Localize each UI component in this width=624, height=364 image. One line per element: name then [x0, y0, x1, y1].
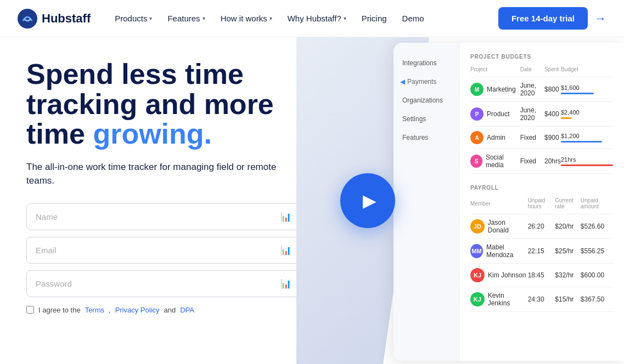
- svg-point-0: [18, 9, 37, 29]
- sidebar-settings[interactable]: Settings: [393, 110, 459, 128]
- col-date: Date: [520, 66, 544, 77]
- chevron-down-icon: ▾: [149, 15, 152, 21]
- col-rate: Current rate: [555, 197, 581, 214]
- nav-how-it-works[interactable]: How it works ▾: [214, 9, 279, 27]
- hero-heading: Spend less time tracking and more time g…: [26, 59, 296, 149]
- nav-features[interactable]: Features ▾: [161, 9, 211, 27]
- member-name-cell: MM Mabel Mendoza: [470, 239, 528, 264]
- col-budget: Budget: [561, 66, 613, 77]
- navbar: Hubstaff Products ▾ Features ▾ How it wo…: [0, 0, 624, 37]
- member-amount-cell: $526.60: [581, 214, 613, 239]
- sidebar-payments-back[interactable]: ◀ Payments: [393, 72, 459, 91]
- terms-link[interactable]: Terms: [85, 306, 104, 314]
- email-field[interactable]: Email 📊: [26, 237, 301, 264]
- hero-subtext: The all-in-one work time tracker for man…: [26, 160, 296, 188]
- table-row: P Product June, 2020 $400 $2,400: [470, 102, 613, 127]
- terms-row: I agree to the Terms , Privacy Policy an…: [26, 306, 296, 314]
- nav-why-hubstaff[interactable]: Why Hubstaff? ▾: [281, 9, 353, 27]
- member-amount-cell: $367.50: [581, 287, 613, 312]
- chevron-down-icon: ▾: [269, 15, 272, 21]
- nav-right: Free 14-day trial →: [498, 7, 606, 30]
- privacy-link[interactable]: Privacy Policy: [115, 306, 160, 314]
- login-icon[interactable]: →: [594, 12, 606, 26]
- col-unpaid-hours: Unpaid hours: [528, 197, 555, 214]
- member-hours-cell: 26:20: [528, 214, 555, 239]
- dpa-link[interactable]: DPA: [180, 306, 194, 314]
- table-row: S Social media Fixed 20hrs 21hrs: [470, 149, 613, 174]
- field-icon: 📊: [280, 278, 291, 289]
- card-sidebar: Integrations ◀ Payments Organizations Se…: [393, 43, 459, 361]
- field-icon: 📊: [280, 212, 291, 222]
- main-content: Spend less time tracking and more time g…: [0, 37, 624, 364]
- project-budget-cell: $1,600: [561, 77, 613, 102]
- project-budgets-title: PROJECT BUDGETS: [470, 54, 613, 60]
- hero-section: Spend less time tracking and more time g…: [0, 37, 296, 364]
- name-field[interactable]: Name 📊: [26, 203, 301, 230]
- signup-form: Name 📊 Email 📊 Password 📊: [26, 203, 301, 297]
- table-row: JD Jason Donald 26:20 $20/hr $526.60: [470, 214, 613, 239]
- project-spent-cell: $900: [544, 127, 561, 149]
- member-amount-cell: $600.00: [581, 264, 613, 287]
- password-field[interactable]: Password 📊: [26, 270, 301, 297]
- sidebar-organizations[interactable]: Organizations: [393, 91, 459, 110]
- card-main-content: PROJECT BUDGETS Project Date Spent Budge…: [459, 43, 624, 323]
- table-row: MM Mabel Mendoza 22:15 $25/hr $556.25: [470, 239, 613, 264]
- member-hours-cell: 24:30: [528, 287, 555, 312]
- member-rate-cell: $25/hr: [555, 239, 581, 264]
- nav-links: Products ▾ Features ▾ How it works ▾ Why…: [108, 9, 498, 27]
- member-name-cell: KJ Kevin Jenkins: [470, 287, 528, 312]
- right-panel: Integrations ◀ Payments Organizations Se…: [296, 37, 624, 364]
- table-row: M Marketing June, 2020 $800 $1,600: [470, 77, 613, 102]
- member-name-cell: KJ Kim Johnson: [470, 264, 528, 287]
- sidebar-features[interactable]: Features: [393, 128, 459, 147]
- logo[interactable]: Hubstaff: [18, 9, 91, 29]
- project-budget-cell: $1,200: [561, 127, 613, 149]
- member-rate-cell: $32/hr: [555, 264, 581, 287]
- member-rate-cell: $15/hr: [555, 287, 581, 312]
- chevron-down-icon: ▾: [203, 15, 205, 21]
- col-spent: Spent: [544, 66, 561, 77]
- project-name-cell: M Marketing: [470, 77, 520, 102]
- play-button[interactable]: [340, 173, 395, 228]
- project-name-cell: P Product: [470, 102, 520, 127]
- project-name-cell: A Admin: [470, 127, 520, 149]
- payroll-section: PAYROLL Member Unpaid hours Current rate…: [470, 185, 613, 312]
- payroll-table: Member Unpaid hours Current rate Unpaid …: [470, 197, 613, 312]
- sidebar-integrations[interactable]: Integrations: [393, 54, 459, 72]
- project-date-cell: June, 2020: [520, 77, 544, 102]
- ui-card: Integrations ◀ Payments Organizations Se…: [393, 43, 624, 361]
- payroll-title: PAYROLL: [470, 185, 613, 191]
- terms-text: I agree to the: [38, 306, 81, 314]
- member-hours-cell: 22:15: [528, 239, 555, 264]
- project-budgets-table: Project Date Spent Budget M Marketing Ju…: [470, 66, 613, 174]
- chevron-down-icon: ▾: [344, 15, 346, 21]
- project-spent-cell: $800: [544, 77, 561, 102]
- col-amount: Unpaid amount: [581, 197, 613, 214]
- project-budgets-section: PROJECT BUDGETS Project Date Spent Budge…: [470, 54, 613, 174]
- member-hours-cell: 18:45: [528, 264, 555, 287]
- member-name-cell: JD Jason Donald: [470, 214, 528, 239]
- project-budget-cell: $2,400: [561, 102, 613, 127]
- terms-checkbox[interactable]: [26, 306, 34, 314]
- member-rate-cell: $20/hr: [555, 214, 581, 239]
- project-date-cell: June, 2020: [520, 102, 544, 127]
- project-name-cell: S Social media: [470, 149, 520, 174]
- project-spent-cell: $400: [544, 102, 561, 127]
- member-amount-cell: $556.25: [581, 239, 613, 264]
- project-date-cell: Fixed: [520, 149, 544, 174]
- nav-demo[interactable]: Demo: [396, 9, 431, 27]
- project-budget-cell: 21hrs: [561, 149, 613, 174]
- nav-pricing[interactable]: Pricing: [355, 9, 393, 27]
- field-icon: 📊: [280, 245, 291, 255]
- table-row: KJ Kim Johnson 18:45 $32/hr $600.00: [470, 264, 613, 287]
- table-row: KJ Kevin Jenkins 24:30 $15/hr $367.50: [470, 287, 613, 312]
- project-spent-cell: 20hrs: [544, 149, 561, 174]
- nav-products[interactable]: Products ▾: [108, 9, 159, 27]
- free-trial-button[interactable]: Free 14-day trial: [498, 7, 588, 30]
- logo-text: Hubstaff: [42, 12, 91, 26]
- col-project: Project: [470, 66, 520, 77]
- project-date-cell: Fixed: [520, 127, 544, 149]
- table-row: A Admin Fixed $900 $1,200: [470, 127, 613, 149]
- col-member: Member: [470, 197, 528, 214]
